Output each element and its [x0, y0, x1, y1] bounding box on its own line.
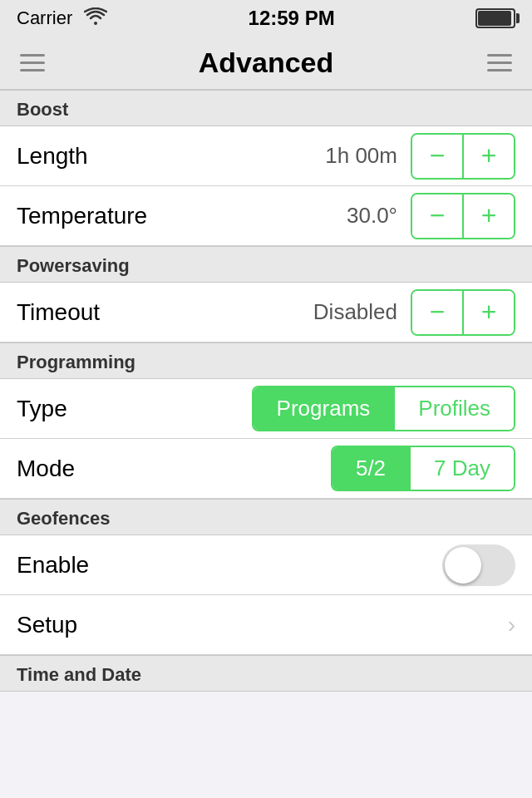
- type-programs-button[interactable]: Programs: [254, 387, 394, 430]
- timeout-label: Timeout: [17, 299, 313, 326]
- temperature-value: 30.0°: [347, 203, 397, 229]
- carrier-label: Carrier: [17, 7, 72, 29]
- length-stepper: − +: [411, 133, 515, 180]
- battery-fill: [478, 11, 511, 26]
- geofences-section-header: Geofences: [0, 499, 532, 535]
- time-and-date-section-header: Time and Date: [0, 655, 532, 692]
- temperature-increment-button[interactable]: +: [464, 195, 514, 238]
- mode-label: Mode: [17, 456, 331, 482]
- length-decrement-button[interactable]: −: [412, 135, 462, 178]
- enable-row: Enable: [0, 535, 532, 595]
- mode-row: Mode 5/2 7 Day: [0, 439, 532, 499]
- length-label: Length: [17, 143, 325, 170]
- programming-section-header: Programming: [0, 342, 532, 379]
- status-bar: Carrier 12:59 PM: [0, 0, 532, 37]
- mode-7day-button[interactable]: 7 Day: [411, 447, 514, 490]
- type-label: Type: [17, 396, 252, 422]
- timeout-increment-button[interactable]: +: [464, 291, 514, 334]
- timeout-stepper: − +: [411, 289, 515, 336]
- enable-toggle[interactable]: [442, 544, 515, 586]
- timeout-value: Disabled: [313, 299, 397, 325]
- setup-label: Setup: [17, 612, 508, 638]
- toggle-knob: [445, 547, 481, 584]
- type-segmented-control: Programs Profiles: [252, 386, 515, 431]
- temperature-row: Temperature 30.0° − +: [0, 186, 532, 246]
- enable-label: Enable: [17, 552, 442, 579]
- setup-chevron-icon: ›: [508, 612, 515, 638]
- type-row: Type Programs Profiles: [0, 379, 532, 439]
- temperature-label: Temperature: [17, 203, 347, 229]
- mode-52-button[interactable]: 5/2: [332, 447, 409, 490]
- left-menu-button[interactable]: [17, 51, 48, 75]
- length-value: 1h 00m: [325, 143, 397, 169]
- status-time: 12:59 PM: [249, 7, 335, 30]
- right-menu-button[interactable]: [484, 51, 515, 75]
- type-profiles-button[interactable]: Profiles: [395, 387, 514, 430]
- carrier-wifi: Carrier: [17, 7, 107, 30]
- temperature-stepper: − +: [411, 193, 515, 239]
- battery-icon: [475, 8, 515, 28]
- length-increment-button[interactable]: +: [464, 135, 514, 178]
- powersaving-section-header: Powersaving: [0, 246, 532, 283]
- page-title: Advanced: [48, 47, 484, 79]
- mode-segmented-control: 5/2 7 Day: [331, 446, 515, 491]
- nav-bar: Advanced: [0, 37, 532, 90]
- length-row: Length 1h 00m − +: [0, 126, 532, 186]
- timeout-decrement-button[interactable]: −: [412, 291, 462, 334]
- temperature-decrement-button[interactable]: −: [412, 195, 462, 238]
- wifi-icon: [84, 7, 107, 30]
- boost-section-header: Boost: [0, 90, 532, 126]
- timeout-row: Timeout Disabled − +: [0, 283, 532, 342]
- setup-row[interactable]: Setup ›: [0, 595, 532, 655]
